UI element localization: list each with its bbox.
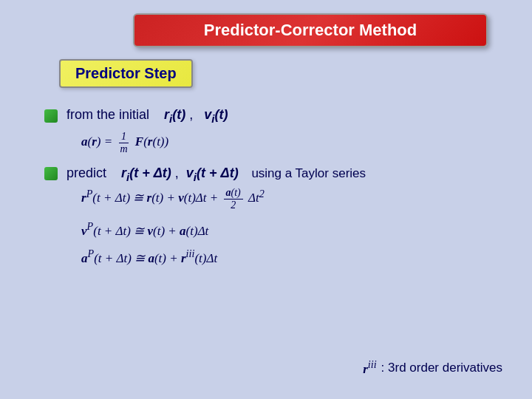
- content-area: from the initial ri(t) , vi(t) a(r) = 1 …: [44, 100, 510, 275]
- using-text: using a Taylor series: [248, 166, 366, 180]
- eq-a-text: a(r) = 1 m F(r(t)): [81, 131, 168, 155]
- bullet-row-2: predict ri(t + Δt) , vi(t + Δt) using a …: [44, 166, 510, 183]
- equation-rp: rP(t + Δt) ≅ r(t) + v(t)Δt + a(t) 2 Δt2: [81, 187, 510, 211]
- fraction-1m: 1 m: [117, 131, 129, 155]
- bullet-icon-1: [44, 109, 58, 123]
- math-vi: vi(t): [204, 107, 228, 122]
- eq-ap-text: aP(t + Δt) ≅ a(t) + riii(t)Δt: [81, 248, 217, 266]
- bullet-text-1: from the initial ri(t) , vi(t): [66, 107, 228, 125]
- math-ri: ri(t): [164, 107, 185, 122]
- equation-ap: aP(t + Δt) ≅ a(t) + riii(t)Δt: [81, 248, 510, 266]
- title-box: Predictor-Corrector Method: [133, 13, 488, 47]
- math-vi-dt: vi(t + Δt): [186, 166, 239, 180]
- slide-title: Predictor-Corrector Method: [204, 21, 417, 39]
- equation-a: a(r) = 1 m F(r(t)): [81, 131, 510, 155]
- fraction-a2: a(t) 2: [224, 187, 243, 211]
- predictor-step-label: Predictor Step: [75, 65, 177, 81]
- eq-vp-text: vP(t + Δt) ≅ v(t) + a(t)Δt: [81, 220, 208, 239]
- footnote-text: : 3rd order derivatives: [381, 361, 502, 375]
- slide-container: Predictor-Corrector Method Predictor Ste…: [0, 0, 532, 399]
- bullet-row-1: from the initial ri(t) , vi(t): [44, 107, 510, 125]
- footnote-symbol: riii: [363, 358, 376, 377]
- footnote: riii : 3rd order derivatives: [363, 358, 502, 377]
- math-ri-dt: ri(t + Δt): [121, 166, 171, 180]
- predictor-step-box: Predictor Step: [59, 59, 193, 88]
- bullet-icon-2: [44, 167, 58, 180]
- equation-vp: vP(t + Δt) ≅ v(t) + a(t)Δt: [81, 220, 510, 239]
- eq-rp-text: rP(t + Δt) ≅ r(t) + v(t)Δt + a(t) 2 Δt2: [81, 187, 265, 211]
- bullet-text-2: predict ri(t + Δt) , vi(t + Δt) using a …: [66, 166, 366, 183]
